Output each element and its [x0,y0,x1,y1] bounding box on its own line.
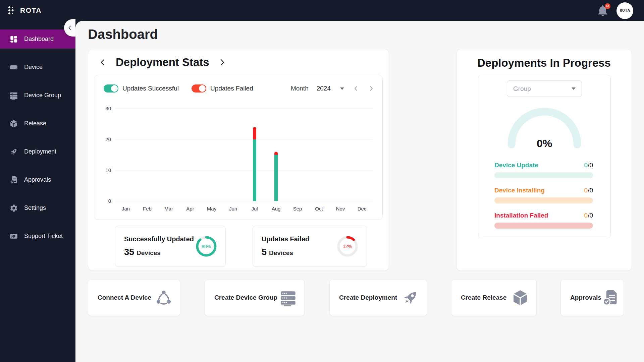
progress-label: Device Installing [494,187,545,194]
svg-text:Apr: Apr [186,206,194,212]
svg-text:Jun: Jun [229,206,237,212]
successfully-updated-card: Successfully Updated 35 Devices 88% [115,226,226,267]
app-name: ROTA [20,6,42,14]
summary-title: Successfully Updated [124,235,194,243]
chart-controls: Updates Successful Updates Failed Month … [104,84,375,93]
quick-action-label: Create Deployment [339,294,397,301]
svg-text:12%: 12% [343,244,352,249]
progress-rows: Device Update0/0Device Installing0/0Inst… [494,162,593,237]
sidebar-item-label: Deployment [24,148,56,155]
progress-row-device-update: Device Update0/0 [494,162,593,178]
notifications-button[interactable]: 03 [596,4,609,17]
group-select[interactable]: Group [507,80,582,97]
summary-count: 5 [262,247,267,257]
stats-next-button[interactable] [218,58,227,67]
quick-action-create-deployment[interactable]: Create Deployment [329,279,427,316]
chart-panel: Updates Successful Updates Failed Month … [94,75,383,220]
progress-row-installation-failed: Installation Failed0/0 [494,212,593,229]
sidebar-item-support-ticket[interactable]: Support Ticket [0,227,75,246]
device-group-icon [279,289,297,306]
progress-gauge: 0% [504,105,585,152]
quick-action-connect-a-device[interactable]: Connect A Device [88,279,180,316]
deployments-in-progress-panel: Group 0% Device Update0/0Device Installi… [478,75,611,238]
top-bar: ROTA 03 ROTA [0,0,644,21]
group-select-placeholder: Group [513,85,531,93]
page-title: Dashboard [88,27,158,42]
toggle-updates-failed[interactable]: Updates Failed [192,84,253,93]
quick-action-approvals[interactable]: Approvals [560,279,624,316]
user-avatar[interactable]: ROTA [616,2,633,19]
success-donut-chart: 88% [195,235,217,257]
deployment-stats-header: Deployment Stats [98,56,227,69]
rocket-icon [402,289,419,306]
doc-check-icon [601,289,619,306]
sidebar-item-deployment[interactable]: Deployment [0,142,75,161]
year-next-button[interactable] [368,85,375,92]
stats-card-title: Deployment Stats [116,56,209,69]
progress-row-device-installing: Device Installing0/0 [494,187,593,203]
cube-icon [9,119,18,128]
rocket-icon [9,147,18,156]
period-navigation: Month 2024 [291,85,375,92]
caret-down-icon [340,87,344,90]
svg-text:Mar: Mar [164,206,173,212]
svg-text:Aug: Aug [272,206,281,212]
sidebar-nav: DashboardDeviceDevice GroupReleaseDeploy… [0,29,75,255]
updates-failed-toggle[interactable] [192,84,206,93]
year-value: 2024 [317,85,331,92]
svg-text:Jul: Jul [251,206,258,212]
year-prev-button[interactable] [352,85,360,92]
sidebar-item-device[interactable]: Device [0,58,75,77]
sidebar-item-approvals[interactable]: Approvals [0,170,75,189]
sidebar-item-release[interactable]: Release [0,114,75,133]
device-icon [9,63,18,72]
year-select[interactable]: 2024 [317,85,344,92]
updates-successful-toggle[interactable] [104,84,118,93]
sidebar-item-label: Dashboard [24,36,54,43]
progress-bar [494,172,593,178]
app-window: ROTA 03 ROTA DashboardDeviceDevice Group… [0,0,644,362]
progress-values: 0/0 [584,162,593,169]
quick-action-label: Create Release [461,294,506,301]
progress-values: 0/0 [584,212,593,219]
rota-logo-dots-icon [7,5,16,15]
quick-action-create-device-group[interactable]: Create Device Group [205,279,305,316]
progress-bar [494,223,593,229]
quick-action-create-release[interactable]: Create Release [451,279,537,316]
svg-text:Dec: Dec [358,206,367,212]
doc-check-icon [9,176,18,184]
sidebar-item-label: Device Group [24,92,61,99]
sidebar-item-settings[interactable]: Settings [0,198,75,218]
progress-label: Device Update [494,162,538,169]
ticket-icon [9,232,18,241]
updates-failed-card: Updates Failed 5 Devices 12% [253,226,367,267]
svg-text:Sep: Sep [293,206,302,212]
sidebar-item-label: Release [24,120,46,127]
toggle-updates-successful[interactable]: Updates Successful [104,84,179,93]
svg-text:May: May [207,206,217,212]
connect-icon [155,289,172,306]
sidebar-item-label: Approvals [24,176,51,183]
chevron-left-icon [66,24,73,31]
sidebar-item-label: Support Ticket [24,233,63,240]
quick-action-label: Connect A Device [98,294,151,301]
quick-action-label: Create Device Group [214,294,277,301]
sidebar-item-dashboard[interactable]: Dashboard [0,29,75,49]
svg-text:30: 30 [105,106,111,111]
period-mode-label: Month [291,85,309,92]
summary-unit: Devices [137,249,161,257]
sidebar-item-device-group[interactable]: Device Group [0,86,75,105]
deployment-stats-card: Deployment Stats Updates Successful Upda… [88,49,389,271]
gear-icon [9,204,18,213]
svg-text:88%: 88% [202,244,211,249]
deployment-stats-chart: 0102030JanFebMarAprMayJunJulAugSepOctNov… [98,104,378,215]
caret-down-icon [572,87,576,90]
svg-text:10: 10 [105,167,111,173]
progress-bar [494,197,593,203]
cube-icon [512,289,529,306]
svg-text:Jan: Jan [122,206,130,212]
dashboard-icon [9,35,18,44]
progress-values: 0/0 [584,187,593,194]
stats-prev-button[interactable] [98,58,107,67]
summary-title: Updates Failed [262,235,309,243]
